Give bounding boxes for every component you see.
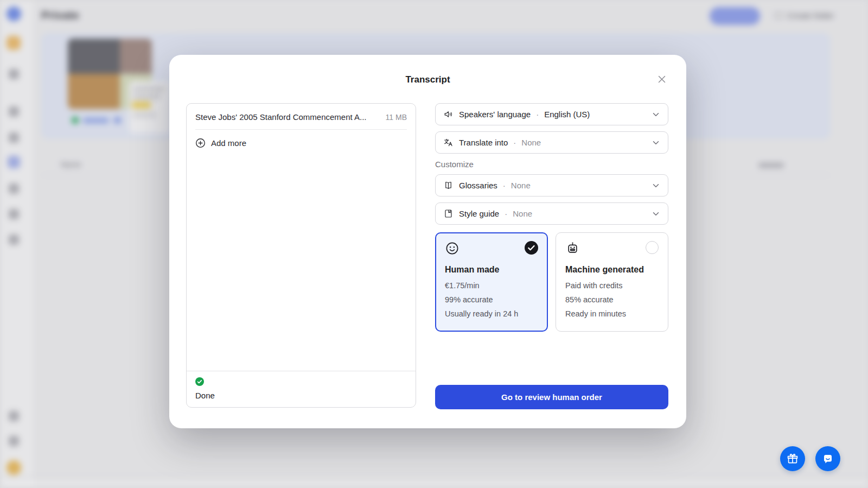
dropdown-value: English (US) [544, 110, 590, 119]
chevron-down-icon [652, 110, 660, 119]
dropdown-value: None [521, 138, 541, 147]
plan-details: Paid with credits 85% accurate Ready in … [565, 278, 659, 321]
speaker-icon [443, 109, 454, 119]
green-check-icon [195, 377, 204, 386]
plan-detail-price: €1.75/min [445, 278, 538, 293]
modal-title: Transcript [169, 74, 686, 85]
dropdown-label: Speakers' language [459, 110, 531, 119]
close-icon[interactable] [656, 73, 668, 85]
robot-icon [565, 241, 580, 256]
plus-circle-icon [195, 138, 206, 148]
gift-button[interactable] [780, 446, 805, 471]
plan-detail-eta: Ready in minutes [565, 307, 659, 321]
go-to-review-button[interactable]: Go to review human order [435, 385, 668, 409]
plan-detail-accuracy: 85% accurate [565, 293, 659, 307]
gift-icon [786, 452, 799, 465]
style-book-icon [443, 208, 454, 219]
open-book-icon [443, 180, 454, 191]
plan-detail-price: Paid with credits [565, 278, 659, 293]
add-more-label: Add more [211, 138, 246, 148]
glossaries-dropdown[interactable]: Glossaries · None [435, 174, 668, 197]
radio-unselected-icon [646, 241, 659, 254]
plan-card-machine-generated[interactable]: Machine generated Paid with credits 85% … [556, 232, 668, 332]
translate-icon [443, 137, 454, 148]
chat-button[interactable] [815, 446, 840, 471]
plan-title: Machine generated [565, 265, 659, 275]
add-more-button[interactable]: Add more [187, 130, 416, 156]
file-size: 11 MB [386, 113, 407, 122]
chat-bubble-icon [821, 452, 834, 465]
plan-detail-eta: Usually ready in 24 h [445, 307, 538, 321]
upload-status-footer: Done [187, 371, 416, 407]
translate-into-dropdown[interactable]: Translate into · None [435, 131, 668, 154]
transcript-modal: Transcript Steve Jobs' 2005 Stanford Com… [169, 55, 686, 428]
dropdown-label: Glossaries [459, 181, 497, 190]
dropdown-value: None [513, 209, 532, 218]
style-guide-dropdown[interactable]: Style guide · None [435, 202, 668, 225]
chevron-down-icon [652, 181, 660, 190]
dropdown-separator: · [505, 209, 507, 218]
upload-status-label: Done [195, 391, 407, 400]
smiley-icon [445, 241, 459, 256]
file-name: Steve Jobs' 2005 Stanford Commencement A… [195, 112, 380, 122]
chevron-down-icon [652, 210, 660, 218]
plan-detail-accuracy: 99% accurate [445, 293, 538, 307]
dropdown-label: Translate into [459, 138, 508, 147]
dropdown-separator: · [503, 181, 506, 190]
check-circle-icon [525, 241, 538, 255]
dropdown-separator: · [536, 110, 539, 119]
app-window: Private Create folder Name Transcript [0, 0, 868, 488]
panel-spacer [187, 156, 416, 371]
file-list-item[interactable]: Steve Jobs' 2005 Stanford Commencement A… [187, 104, 416, 129]
plan-title: Human made [445, 265, 538, 275]
options-panel: Speakers' language · English (US) Transl… [435, 103, 668, 332]
chevron-down-icon [652, 138, 660, 147]
dropdown-label: Style guide [459, 209, 499, 218]
plan-cards: Human made €1.75/min 99% accurate Usuall… [435, 232, 668, 332]
speakers-language-dropdown[interactable]: Speakers' language · English (US) [435, 103, 668, 125]
customize-section-label: Customize [435, 160, 668, 169]
dropdown-value: None [511, 181, 531, 190]
plan-card-human-made[interactable]: Human made €1.75/min 99% accurate Usuall… [435, 232, 548, 332]
dropdown-separator: · [513, 138, 516, 147]
plan-details: €1.75/min 99% accurate Usually ready in … [445, 278, 538, 321]
files-panel: Steve Jobs' 2005 Stanford Commencement A… [186, 103, 416, 408]
